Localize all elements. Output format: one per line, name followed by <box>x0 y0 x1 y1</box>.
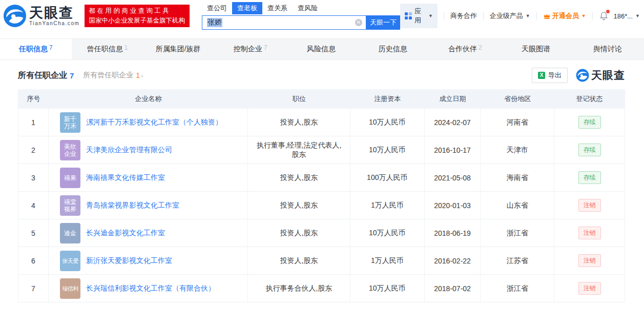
search-tab[interactable]: 查风险 <box>293 2 323 14</box>
province-cell: 海南省 <box>481 164 554 191</box>
capital-cell: 10万人民币 <box>350 275 425 302</box>
col-header-date: 成立日期 <box>425 89 481 109</box>
clear-icon[interactable]: ✕ <box>355 19 362 26</box>
account-phone-menu[interactable]: 186*... ▼ <box>613 12 640 20</box>
brand-domain: TianYanCha.com <box>29 21 80 26</box>
status-badge: 存续 <box>578 144 601 156</box>
table-header-row: 序号 企业名称 职位 注册资本 成立日期 省份地区 登记状态 <box>18 89 625 109</box>
company-name-link[interactable]: 长兴瑞信利影视文化工作室（有限合伙） <box>86 284 215 293</box>
status-badge: 存续 <box>578 116 601 129</box>
nav-tab-count: 2 <box>479 44 482 51</box>
company-cell: 瑞信利 长兴瑞信利影视文化工作室（有限合伙） <box>49 275 248 302</box>
company-logo[interactable]: 迪金 <box>60 223 80 243</box>
nav-tab-label: 合作伙伴 <box>448 45 477 54</box>
date-cell: 2024-02-07 <box>425 109 481 136</box>
date-cell: 2018-07-02 <box>425 275 481 302</box>
search-tab[interactable]: 查关系 <box>262 2 293 14</box>
nav-tab[interactable]: 历史信息 <box>358 39 429 59</box>
promo-badge: 都 在 用 的 商 业 查 询 工 具 国家中小企业发展子基金旗下机构 <box>85 5 190 27</box>
nav-tab[interactable]: 天眼图谱 <box>501 39 573 59</box>
company-name-link[interactable]: 青岛禧棠视界影视文化工作室 <box>86 201 179 210</box>
nav-tab-label: 天眼图谱 <box>522 45 550 54</box>
company-cell: 张天爱 新沂张天爱影视文化工作室 <box>49 247 248 274</box>
menu-item-enterprise[interactable]: 企业级产品 ▼ <box>490 11 530 21</box>
apps-grid-icon <box>405 12 412 19</box>
row-number: 7 <box>18 275 49 302</box>
status-badge: 注销 <box>578 199 601 212</box>
search-tab[interactable]: 查老板 <box>232 2 262 14</box>
position-cell: 投资人,股东 <box>248 164 350 191</box>
chevron-down-icon: ▼ <box>581 13 586 18</box>
divider <box>483 12 484 19</box>
section-header: 所有任职企业 7 所有曾任职企业 1 › X 导出 天眼查 <box>18 68 625 83</box>
company-logo[interactable]: 禧棠视界 <box>60 195 80 216</box>
table-row: 3 禧果 海南禧果文化传媒工作室 投资人,股东 100万人民币 2021-05-… <box>18 164 625 192</box>
nav-tab[interactable]: 舆情讨论 <box>572 39 644 59</box>
status-cell: 注销 <box>554 219 625 247</box>
company-name-link[interactable]: 海南禧果文化传媒工作室 <box>86 173 165 182</box>
status-badge: 注销 <box>578 282 601 295</box>
notifications-bell-button[interactable] <box>599 11 608 21</box>
tianyancha-watermark-icon <box>576 69 589 82</box>
province-cell: 山东省 <box>481 192 554 219</box>
company-logo[interactable]: 美欣企业 <box>60 140 80 160</box>
search-row: 张娇 ✕ 天眼一下 <box>202 15 400 30</box>
date-cell: 2018-06-19 <box>425 219 481 247</box>
export-button[interactable]: X 导出 <box>532 68 568 83</box>
vip-upgrade-button[interactable]: 开通会员 ▼ <box>543 11 586 21</box>
date-cell: 2016-10-17 <box>425 136 481 164</box>
vip-crown-icon <box>543 12 551 20</box>
company-logo[interactable]: 张天爱 <box>60 251 80 271</box>
chevron-down-icon: ▼ <box>635 13 640 18</box>
table-row: 6 张天爱 新沂张天爱影视文化工作室 投资人,股东 1万人民币 2016-02-… <box>18 247 625 275</box>
nav-tab[interactable]: 任职信息 7 <box>0 39 72 59</box>
menu-item-cooperation[interactable]: 商务合作 <box>450 11 477 21</box>
row-number: 2 <box>18 136 49 164</box>
status-badge: 注销 <box>578 227 601 239</box>
status-cell: 注销 <box>554 275 625 302</box>
apps-menu-button[interactable]: 应用 ▼ <box>400 4 438 28</box>
status-cell: 注销 <box>554 192 625 219</box>
position-cell: 执行董事,经理,法定代表人,股东 <box>248 136 350 164</box>
company-name-link[interactable]: 长兴迪金影视文化工作室 <box>86 229 165 238</box>
company-logo[interactable]: 新千万禾 <box>60 112 80 133</box>
row-number: 6 <box>18 247 49 274</box>
row-number: 5 <box>18 219 49 247</box>
nav-tab-label: 历史信息 <box>379 45 407 54</box>
nav-tab-label: 曾任职信息 <box>87 45 123 54</box>
table-row: 5 迪金 长兴迪金影视文化工作室 投资人,股东 10万人民币 2018-06-1… <box>18 219 625 247</box>
company-cell: 美欣企业 天津美欣企业管理有限公司 <box>49 136 248 164</box>
site-logo[interactable]: 天眼查 TianYanCha.com <box>3 4 80 28</box>
nav-tab[interactable]: 所属集团/族群 <box>143 39 215 59</box>
table-body: 1 新千万禾 漯河新千万禾影视文化工作室（个人独资） 投资人,股东 10万人民币… <box>18 109 625 302</box>
top-menu: 应用 ▼ 商务合作 企业级产品 ▼ 开通会员 ▼ 186*... ▼ <box>400 4 640 28</box>
tianyancha-logo-icon <box>3 4 27 28</box>
section-title-count: 7 <box>70 71 74 80</box>
former-positions-count: 1 <box>136 71 140 79</box>
company-name-link[interactable]: 天津美欣企业管理有限公司 <box>86 146 172 155</box>
capital-cell: 100万人民币 <box>350 164 425 191</box>
col-header-company: 企业名称 <box>49 89 248 109</box>
nav-tab-label: 所属集团/族群 <box>156 45 201 54</box>
company-logo[interactable]: 瑞信利 <box>60 278 80 299</box>
chevron-down-icon: ▼ <box>428 13 433 18</box>
former-positions-link[interactable]: 所有曾任职企业 1 › <box>83 71 143 80</box>
search-input[interactable]: 张娇 ✕ <box>202 15 366 30</box>
nav-tab[interactable]: 控制企业 7 <box>215 39 286 59</box>
nav-tab[interactable]: 曾任职信息 1 <box>72 39 143 59</box>
company-name-link[interactable]: 漯河新千万禾影视文化工作室（个人独资） <box>86 118 222 127</box>
nav-tab[interactable]: 合作伙伴 2 <box>429 39 501 59</box>
date-cell: 2020-01-03 <box>425 192 481 219</box>
position-cell: 投资人,股东 <box>248 109 350 136</box>
company-logo[interactable]: 禧果 <box>60 168 80 188</box>
search-tab[interactable]: 查公司 <box>202 2 232 14</box>
company-name-link[interactable]: 新沂张天爱影视文化工作室 <box>86 256 172 266</box>
nav-tab-label: 舆情讨论 <box>593 45 622 54</box>
capital-cell: 10万人民币 <box>350 109 425 136</box>
nav-tab-label: 任职信息 <box>19 45 48 54</box>
nav-tab[interactable]: 风险信息 <box>286 39 358 59</box>
promo-line1: 都 在 用 的 商 业 查 询 工 具 <box>89 6 185 16</box>
position-cell: 投资人,股东 <box>248 219 350 247</box>
search-button[interactable]: 天眼一下 <box>366 15 400 30</box>
excel-icon: X <box>538 72 545 79</box>
